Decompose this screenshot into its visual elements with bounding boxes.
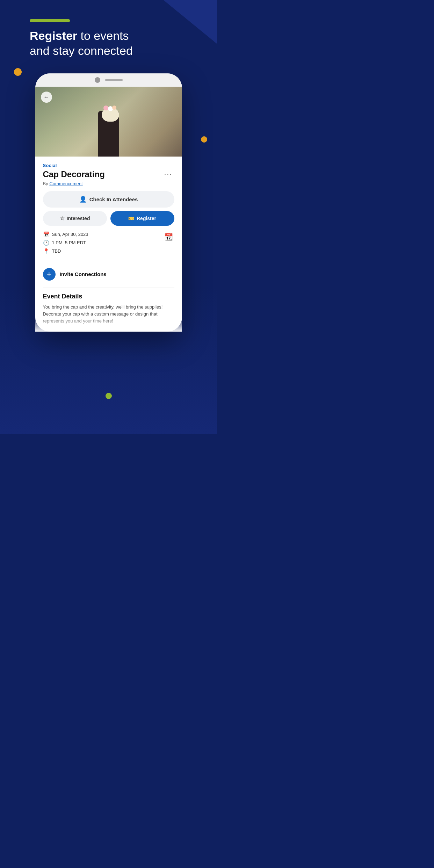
check-in-icon: 👤 bbox=[79, 196, 87, 203]
green-accent-bar bbox=[30, 19, 70, 22]
register-label: Register bbox=[137, 216, 156, 221]
location-icon: 📍 bbox=[43, 248, 49, 254]
flower-3 bbox=[112, 106, 116, 110]
header-title-bold: Register bbox=[30, 29, 77, 42]
back-button[interactable]: ← bbox=[41, 92, 52, 103]
register-icon: 🎫 bbox=[128, 216, 134, 221]
phone-frame: ← Social Cap Decorating ··· By Commencem… bbox=[35, 73, 182, 332]
date-text: Sun, Apr 30, 2023 bbox=[52, 232, 88, 237]
header-title: Register to eventsand stay connected bbox=[30, 28, 217, 58]
calendar-add-area: 📆 bbox=[163, 231, 174, 243]
phone-mockup: ← Social Cap Decorating ··· By Commencem… bbox=[35, 73, 182, 332]
invite-label: Invite Connections bbox=[60, 271, 107, 277]
time-line: 🕐 1 PM–5 PM EDT bbox=[43, 240, 162, 246]
event-content: Social Cap Decorating ··· By Commencemen… bbox=[35, 157, 182, 332]
dot-decoration-bottom bbox=[106, 393, 112, 399]
add-to-calendar-button[interactable]: 📆 bbox=[163, 231, 174, 243]
event-details-heading: Event Details bbox=[43, 293, 174, 300]
event-title-row: Cap Decorating ··· bbox=[43, 169, 174, 180]
event-details-section: Event Details You bring the cap and the … bbox=[43, 291, 174, 325]
event-image: ← bbox=[35, 87, 182, 157]
organizer-link[interactable]: Commencement bbox=[49, 181, 82, 186]
check-in-label: Check In Attendees bbox=[89, 196, 138, 202]
event-info: 📅 Sun, Apr 30, 2023 🕐 1 PM–5 PM EDT 📍 TB… bbox=[43, 231, 174, 256]
invite-row[interactable]: + Invite Connections bbox=[43, 265, 174, 284]
figure-silhouette bbox=[95, 101, 123, 157]
location-text: TBD bbox=[52, 248, 61, 254]
interested-label: Interested bbox=[67, 216, 90, 221]
more-menu-button[interactable]: ··· bbox=[162, 169, 174, 179]
phone-topbar bbox=[35, 73, 182, 87]
calendar-icon: 📅 bbox=[43, 231, 49, 238]
time-text: 1 PM–5 PM EDT bbox=[52, 240, 86, 245]
interested-button[interactable]: ☆ Interested bbox=[43, 211, 107, 226]
flower-1 bbox=[103, 106, 108, 110]
check-in-button[interactable]: 👤 Check In Attendees bbox=[43, 191, 174, 208]
star-icon: ☆ bbox=[60, 215, 64, 222]
clock-icon: 🕐 bbox=[43, 240, 49, 246]
invite-plus-button[interactable]: + bbox=[43, 268, 56, 281]
background: Register to eventsand stay connected bbox=[0, 0, 217, 434]
event-category: Social bbox=[43, 163, 174, 168]
phone-speaker bbox=[105, 79, 123, 81]
dot-decoration-right bbox=[201, 136, 207, 143]
header-area: Register to eventsand stay connected bbox=[0, 0, 217, 58]
divider-2 bbox=[43, 288, 174, 288]
organizer-prefix: By bbox=[43, 181, 50, 186]
location-line: 📍 TBD bbox=[43, 248, 162, 254]
action-row: ☆ Interested 🎫 Register bbox=[43, 211, 174, 226]
register-button[interactable]: 🎫 Register bbox=[110, 211, 174, 226]
info-details: 📅 Sun, Apr 30, 2023 🕐 1 PM–5 PM EDT 📍 TB… bbox=[43, 231, 162, 256]
event-details-text: You bring the cap and the creativity, we… bbox=[43, 304, 174, 325]
figure-bouquet bbox=[102, 108, 119, 122]
dot-decoration-left bbox=[14, 68, 22, 76]
event-organizer: By Commencement bbox=[43, 181, 174, 186]
divider-1 bbox=[43, 261, 174, 261]
date-line: 📅 Sun, Apr 30, 2023 bbox=[43, 231, 162, 238]
event-title: Cap Decorating bbox=[43, 169, 105, 180]
phone-camera bbox=[95, 77, 100, 83]
